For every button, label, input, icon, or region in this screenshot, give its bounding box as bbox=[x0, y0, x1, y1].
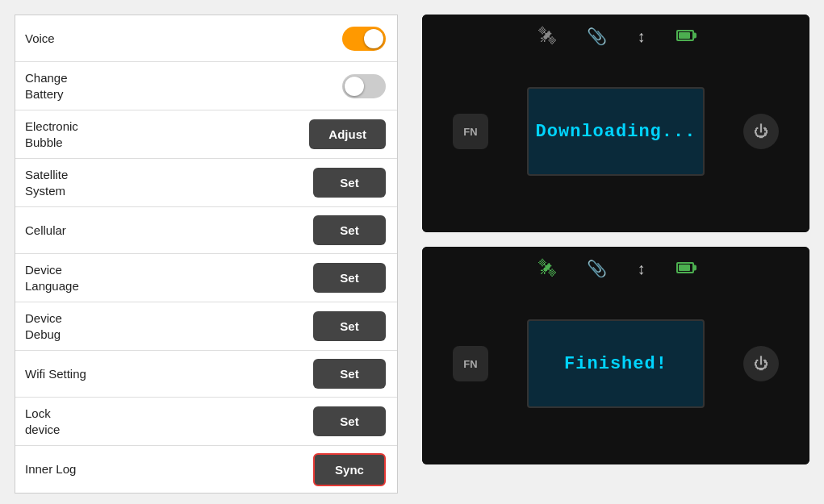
control-cellular: Set bbox=[140, 215, 397, 245]
label-wifi-setting: Wifi Setting bbox=[15, 358, 140, 390]
settings-row-electronic-bubble: ElectronicBubble Adjust bbox=[15, 110, 397, 159]
settings-panel: Voice ChangeBattery ElectronicBubble Adj… bbox=[15, 15, 398, 494]
settings-row-device-debug: DeviceDebug Set bbox=[15, 302, 397, 351]
control-satellite-system: Set bbox=[140, 168, 397, 198]
lcd-screen-2: Finished! bbox=[527, 319, 705, 408]
label-device-language: DeviceLanguage bbox=[15, 254, 140, 302]
settings-row-inner-log: Inner Log Sync bbox=[15, 446, 397, 493]
device-mockup-2: 🛰 📎 ↕ FN ⏻ Finished! bbox=[422, 247, 809, 464]
label-change-battery: ChangeBattery bbox=[15, 62, 140, 110]
top-bar-1: 🛰 📎 ↕ bbox=[422, 26, 809, 47]
main-layout: Voice ChangeBattery ElectronicBubble Adj… bbox=[15, 15, 809, 494]
battery-icon-2 bbox=[676, 262, 694, 276]
satellite-set-button[interactable]: Set bbox=[313, 168, 386, 198]
label-satellite-system: SatelliteSystem bbox=[15, 159, 140, 206]
device-debug-set-button[interactable]: Set bbox=[313, 311, 386, 341]
label-lock-device: Lockdevice bbox=[15, 398, 140, 445]
lock-device-set-button[interactable]: Set bbox=[313, 406, 386, 436]
toggle-thumb-change-battery bbox=[345, 77, 364, 96]
battery-icon-1 bbox=[676, 30, 694, 44]
settings-row-satellite-system: SatelliteSystem Set bbox=[15, 159, 397, 207]
settings-row-device-language: DeviceLanguage Set bbox=[15, 254, 397, 302]
label-electronic-bubble: ElectronicBubble bbox=[15, 110, 140, 158]
control-inner-log: Sync bbox=[140, 453, 397, 486]
control-wifi-setting: Set bbox=[140, 359, 397, 389]
settings-row-wifi-setting: Wifi Setting Set bbox=[15, 351, 397, 398]
paperclip-icon-2: 📎 bbox=[587, 259, 607, 278]
adjust-button[interactable]: Adjust bbox=[309, 119, 386, 149]
control-lock-device: Set bbox=[140, 406, 397, 436]
toggle-thumb-voice bbox=[364, 29, 383, 48]
arrows-icon: ↕ bbox=[638, 27, 646, 46]
settings-row-change-battery: ChangeBattery bbox=[15, 62, 397, 110]
cellular-set-button[interactable]: Set bbox=[313, 215, 386, 245]
satellite-icon-2: 🛰 bbox=[538, 258, 556, 279]
device-language-set-button[interactable]: Set bbox=[313, 263, 386, 293]
device-image-finished: 🛰 📎 ↕ FN ⏻ Finished! bbox=[422, 247, 809, 464]
device-mockup-1: 🛰 📎 ↕ FN ⏻ Downloading... bbox=[422, 15, 809, 232]
top-bar-2: 🛰 📎 ↕ bbox=[422, 258, 809, 279]
power-button-2[interactable]: ⏻ bbox=[743, 346, 779, 381]
images-panel: 🛰 📎 ↕ FN ⏻ Downloading... bbox=[422, 15, 809, 494]
label-voice: Voice bbox=[15, 23, 140, 55]
arrows-icon-2: ↕ bbox=[638, 260, 646, 278]
control-change-battery bbox=[140, 74, 397, 98]
fn-button-1[interactable]: FN bbox=[453, 114, 488, 149]
sync-button[interactable]: Sync bbox=[313, 453, 386, 486]
settings-row-cellular: Cellular Set bbox=[15, 207, 397, 254]
settings-row-voice: Voice bbox=[15, 15, 397, 62]
label-device-debug: DeviceDebug bbox=[15, 302, 140, 350]
toggle-voice[interactable] bbox=[342, 27, 386, 51]
toggle-change-battery[interactable] bbox=[342, 74, 386, 98]
lcd-text-finished: Finished! bbox=[564, 354, 667, 374]
settings-row-lock-device: Lockdevice Set bbox=[15, 398, 397, 446]
paperclip-icon: 📎 bbox=[587, 27, 607, 46]
control-device-debug: Set bbox=[140, 311, 397, 341]
lcd-screen-1: Downloading... bbox=[527, 87, 705, 176]
control-device-language: Set bbox=[140, 263, 397, 293]
power-button-1[interactable]: ⏻ bbox=[743, 114, 779, 149]
label-cellular: Cellular bbox=[15, 215, 140, 247]
lcd-text-downloading: Downloading... bbox=[536, 122, 696, 142]
control-electronic-bubble: Adjust bbox=[140, 119, 397, 149]
control-voice bbox=[140, 27, 397, 51]
label-inner-log: Inner Log bbox=[15, 453, 140, 485]
satellite-icon: 🛰 bbox=[538, 26, 556, 47]
fn-button-2[interactable]: FN bbox=[453, 346, 488, 381]
wifi-set-button[interactable]: Set bbox=[313, 359, 386, 389]
device-image-downloading: 🛰 📎 ↕ FN ⏻ Downloading... bbox=[422, 15, 809, 232]
